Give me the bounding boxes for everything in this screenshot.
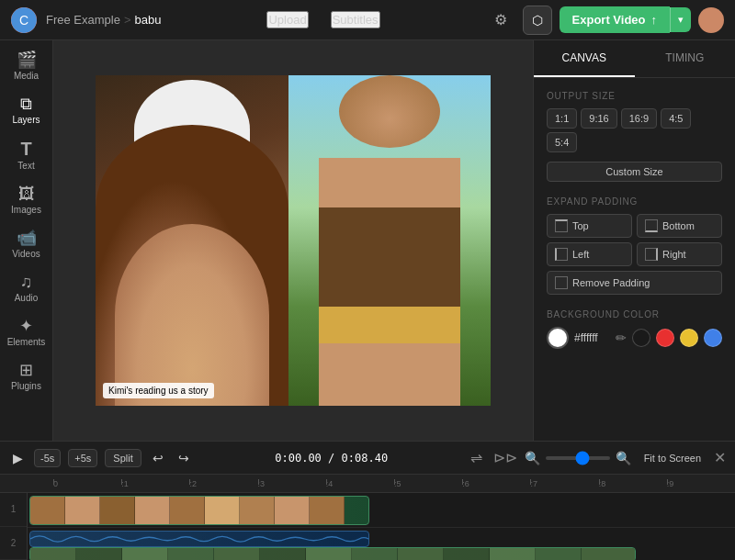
zoom-slider[interactable] (546, 456, 610, 460)
sidebar-item-label: Layers (12, 115, 40, 125)
thumb-9 (310, 497, 345, 525)
ruler-mark-8: :8 (599, 479, 667, 488)
zoom-area: 🔍 🔍 (525, 451, 631, 465)
app-logo: C (11, 7, 37, 33)
thumb-4 (135, 497, 170, 525)
redo-icon: ↪ (178, 451, 189, 465)
panel-tabs: CANVAS TIMING (534, 40, 735, 78)
expand-padding-title: EXPAND PADDING (547, 196, 722, 207)
track-row-2 (28, 528, 735, 560)
thumb-strip-2 (30, 548, 636, 560)
ruler-mark-5: :5 (394, 479, 462, 488)
topbar-right: ⚙ ⬡ Export Video ↑ ▾ (486, 6, 724, 35)
subtitles-button[interactable]: Subtitles (331, 11, 380, 28)
sidebar-item-label: Media (14, 71, 39, 81)
output-size-title: OUTPUT SIZE (547, 91, 722, 101)
export-dropdown-button[interactable]: ▾ (670, 7, 691, 32)
speed-control[interactable]: ⇌ (470, 449, 482, 466)
breadcrumb-separator: > (124, 13, 131, 27)
sidebar-item-label: Plugins (11, 381, 41, 391)
timeline-close-button[interactable]: ✕ (714, 449, 726, 466)
sidebar-item-layers[interactable]: ⧉ Layers (3, 88, 51, 130)
elements-icon: ✦ (19, 318, 33, 334)
sidebar-item-label: Images (11, 205, 41, 215)
sidebar-item-text[interactable]: T Text (3, 132, 51, 176)
total-time: 0:08.40 (342, 452, 389, 465)
export-btn-group: Export Video ↑ ▾ (560, 6, 691, 33)
sidebar-item-media[interactable]: 🎬 Media (3, 44, 51, 86)
media-icon: 🎬 (17, 51, 37, 68)
project-name[interactable]: Free Example (46, 13, 120, 27)
zoom-in-icon[interactable]: 🔍 (616, 451, 631, 465)
video-clip-1[interactable] (29, 496, 369, 525)
upload-button[interactable]: Upload (266, 11, 308, 28)
timeline-ruler: 0 :1 :2 :3 :4 :5 :6 :7 :8 :9 (0, 475, 735, 493)
right-panel: CANVAS TIMING OUTPUT SIZE 1:1 9:16 16:9 … (533, 40, 735, 441)
close-icon: ✕ (714, 450, 726, 465)
thumb-1 (30, 497, 65, 525)
padding-top-button[interactable]: Top (547, 214, 632, 238)
sidebar-item-plugins[interactable]: ⊞ Plugins (3, 354, 51, 397)
padding-left-button[interactable]: Left (547, 242, 632, 266)
padding-top-icon (555, 219, 568, 232)
zoom-out-icon[interactable]: 🔍 (525, 451, 540, 465)
sidebar-item-label: Text (17, 161, 34, 171)
padding-right-button[interactable]: Right (637, 242, 722, 266)
export-label: Export Video (572, 13, 646, 27)
padding-bottom-label: Bottom (662, 220, 695, 231)
tab-timing[interactable]: TIMING (635, 40, 736, 77)
color-preview[interactable] (547, 327, 569, 349)
thumb-2 (65, 497, 100, 525)
thumb-v2-7 (306, 548, 352, 560)
sidebar-item-audio[interactable]: ♫ Audio (3, 266, 51, 308)
redo-button[interactable]: ↪ (175, 447, 193, 469)
split-button[interactable]: Split (105, 449, 141, 467)
size-btn-4-5[interactable]: 4:5 (661, 108, 691, 129)
thumb-v2-8 (352, 548, 398, 560)
custom-size-button[interactable]: Custom Size (547, 162, 722, 182)
size-btn-1-1[interactable]: 1:1 (547, 108, 577, 129)
ruler-mark-0: 0 (53, 479, 121, 488)
skip-fwd-button[interactable]: +5s (68, 449, 97, 467)
avatar[interactable] (698, 7, 724, 33)
remove-padding-button[interactable]: Remove Padding (547, 271, 722, 295)
settings-icon[interactable]: ⚙ (486, 6, 515, 35)
thumb-v2-3 (122, 548, 168, 560)
swatch-yellow[interactable] (680, 329, 698, 347)
video-clip-2[interactable] (29, 547, 636, 560)
thumb-strip (30, 497, 345, 524)
size-btn-5-4[interactable]: 5:4 (547, 132, 577, 152)
share-button[interactable]: ⬡ (523, 6, 552, 35)
sidebar-item-label: Videos (12, 249, 40, 259)
audio-clip-1[interactable] (29, 531, 369, 547)
padding-left-icon (555, 248, 568, 261)
ruler-mark-1: :1 (121, 479, 189, 488)
size-btn-16-9[interactable]: 16:9 (621, 108, 657, 129)
padding-bottom-button[interactable]: Bottom (637, 214, 722, 238)
caption: Kimi's reading us a story (103, 383, 214, 398)
sidebar-item-elements[interactable]: ✦ Elements (3, 310, 51, 353)
swatch-blue[interactable] (704, 329, 722, 347)
padding-left-label: Left (572, 249, 589, 260)
eyedropper-button[interactable]: ✏ (616, 330, 627, 345)
swatch-red[interactable] (656, 329, 674, 347)
padding-top-label: Top (572, 220, 589, 231)
sidebar-item-images[interactable]: 🖼 Images (3, 178, 51, 220)
export-video-button[interactable]: Export Video ↑ (560, 6, 670, 33)
video-preview: Kimi's reading us a story (96, 75, 491, 406)
undo-button[interactable]: ↩ (149, 447, 167, 469)
tab-canvas[interactable]: CANVAS (534, 40, 635, 77)
playback-icon[interactable]: ⊳⊳ (493, 449, 517, 466)
swatch-black[interactable] (632, 329, 650, 347)
size-btn-9-16[interactable]: 9:16 (581, 108, 616, 129)
padding-grid: Top Bottom Left Right (547, 214, 722, 295)
skip-back-button[interactable]: -5s (34, 449, 61, 467)
thumb-6 (205, 497, 240, 525)
sidebar-item-videos[interactable]: 📹 Videos (3, 222, 51, 264)
file-name[interactable]: babu (135, 13, 162, 27)
undo-icon: ↩ (153, 451, 164, 465)
chevron-down-icon: ▾ (678, 14, 684, 25)
play-button[interactable]: ▶ (9, 447, 27, 469)
fit-to-screen-button[interactable]: Fit to Screen (639, 450, 707, 466)
thumb-v2-13 (582, 548, 636, 560)
